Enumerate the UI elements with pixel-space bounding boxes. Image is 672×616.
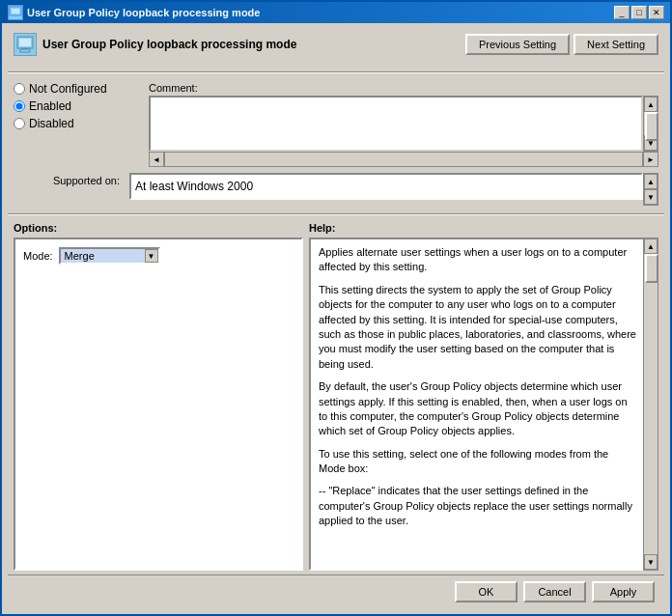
supported-scroll-down[interactable]: ▼ xyxy=(644,189,658,205)
comment-h-track xyxy=(164,152,643,167)
comment-scroll-up[interactable]: ▲ xyxy=(644,97,658,112)
title-bar: User Group Policy loopback processing mo… xyxy=(2,2,670,23)
previous-setting-button[interactable]: Previous Setting xyxy=(465,34,570,55)
help-text-content: Applies alternate user settings when a u… xyxy=(319,245,637,563)
help-title: Help: xyxy=(309,222,658,234)
comment-textarea[interactable] xyxy=(149,96,643,152)
comment-input-wrapper: ▲ ▼ xyxy=(149,96,658,152)
ok-button[interactable]: OK xyxy=(455,581,518,602)
help-para-5: -- "Replace" indicates that the user set… xyxy=(319,484,637,528)
radio-comment-row: Not Configured Enabled Disabled Comment: xyxy=(8,76,664,169)
mode-select-wrapper: Merge Replace ▼ xyxy=(59,247,160,265)
supported-scrollbar: ▲ ▼ xyxy=(643,173,658,206)
help-panel: Help: Applies alternate user settings wh… xyxy=(309,222,658,571)
supported-value-wrapper: At least Windows 2000 ▲ ▼ xyxy=(129,173,658,206)
mode-row: Mode: Merge Replace ▼ xyxy=(23,247,294,265)
minimize-button[interactable]: _ xyxy=(614,6,630,19)
radio-group: Not Configured Enabled Disabled xyxy=(14,82,139,167)
separator-2 xyxy=(8,213,664,214)
supported-label: Supported on: xyxy=(14,173,120,186)
svg-rect-1 xyxy=(12,9,19,14)
title-bar-left: User Group Policy loopback processing mo… xyxy=(8,5,260,20)
help-scroll-thumb[interactable] xyxy=(645,254,658,283)
window-title: User Group Policy loopback processing mo… xyxy=(27,7,260,18)
main-panels: Options: Mode: Merge Replace ▼ xyxy=(8,218,664,574)
help-box-wrapper: Applies alternate user settings when a u… xyxy=(309,238,658,571)
help-para-1: Applies alternate user settings when a u… xyxy=(319,245,637,275)
comment-section: Comment: ▲ ▼ ◄ ► xyxy=(149,82,658,167)
dialog-title: User Group Policy loopback processing mo… xyxy=(42,38,296,51)
close-button[interactable]: ✕ xyxy=(649,6,664,19)
not-configured-radio-item[interactable]: Not Configured xyxy=(14,82,139,96)
help-scrollbar: ▲ ▼ xyxy=(643,238,658,571)
footer: OK Cancel Apply xyxy=(8,574,664,608)
comment-h-scrollbar: ◄ ► xyxy=(149,152,658,167)
disabled-radio[interactable] xyxy=(14,118,25,129)
svg-rect-3 xyxy=(19,39,31,46)
content-area: User Group Policy loopback processing mo… xyxy=(2,23,670,614)
help-scroll-down[interactable]: ▼ xyxy=(644,554,658,570)
options-title: Options: xyxy=(14,222,303,234)
comment-scroll-track xyxy=(644,112,658,135)
disabled-label: Disabled xyxy=(29,117,74,130)
header-icon xyxy=(14,33,37,56)
supported-scroll-up[interactable]: ▲ xyxy=(644,174,658,189)
help-para-4: To use this setting, select one of the f… xyxy=(319,447,637,477)
header-title-area: User Group Policy loopback processing mo… xyxy=(14,33,296,56)
window-icon xyxy=(8,5,23,20)
supported-value: At least Windows 2000 xyxy=(135,180,253,193)
options-box: Mode: Merge Replace ▼ xyxy=(14,238,303,571)
next-setting-button[interactable]: Next Setting xyxy=(574,34,658,55)
options-panel: Options: Mode: Merge Replace ▼ xyxy=(14,222,303,571)
cancel-button[interactable]: Cancel xyxy=(523,581,586,602)
help-scroll-track xyxy=(644,254,658,554)
header-buttons: Previous Setting Next Setting xyxy=(465,34,658,55)
help-para-3: By default, the user's Group Policy obje… xyxy=(319,379,637,439)
comment-label: Comment: xyxy=(149,82,658,94)
maximize-button[interactable]: □ xyxy=(631,6,647,19)
separator-1 xyxy=(8,71,664,72)
not-configured-radio[interactable] xyxy=(14,83,25,95)
enabled-radio[interactable] xyxy=(14,100,25,112)
comment-scroll-thumb[interactable] xyxy=(645,112,658,141)
title-bar-controls: _ □ ✕ xyxy=(614,6,664,19)
supported-value-box: At least Windows 2000 xyxy=(129,173,643,200)
svg-rect-5 xyxy=(20,49,30,52)
enabled-label: Enabled xyxy=(29,99,71,113)
help-box: Applies alternate user settings when a u… xyxy=(309,238,658,571)
comment-scrollbar: ▲ ▼ xyxy=(643,96,658,152)
enabled-radio-item[interactable]: Enabled xyxy=(14,99,139,113)
help-scroll-up[interactable]: ▲ xyxy=(644,238,658,254)
not-configured-label: Not Configured xyxy=(29,82,107,96)
help-para-2: This setting directs the system to apply… xyxy=(319,283,637,372)
supported-row: Supported on: At least Windows 2000 ▲ ▼ xyxy=(8,169,664,210)
apply-button[interactable]: Apply xyxy=(592,581,655,602)
main-window: User Group Policy loopback processing mo… xyxy=(0,0,672,616)
mode-label: Mode: xyxy=(23,250,53,262)
mode-select[interactable]: Merge Replace xyxy=(59,247,160,265)
header-row: User Group Policy loopback processing mo… xyxy=(8,29,664,60)
comment-scroll-right[interactable]: ► xyxy=(643,152,658,167)
comment-scroll-left[interactable]: ◄ xyxy=(149,152,164,167)
disabled-radio-item[interactable]: Disabled xyxy=(14,117,139,130)
